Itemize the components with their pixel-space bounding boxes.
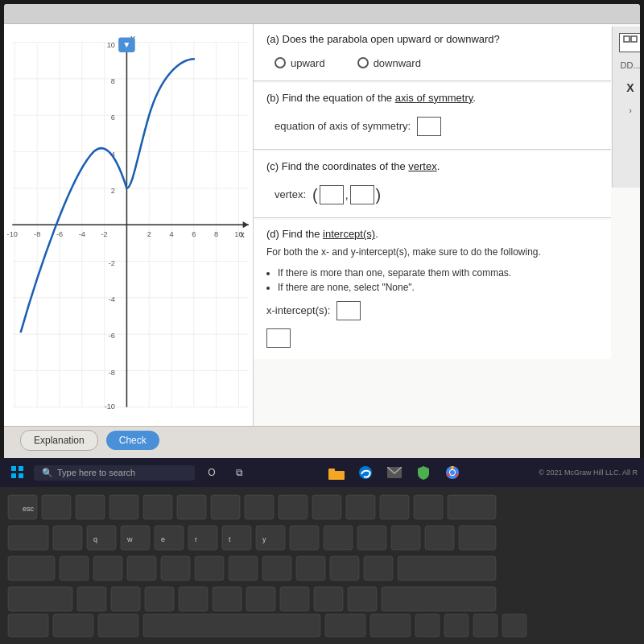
svg-rect-108	[280, 587, 309, 611]
svg-text:2: 2	[147, 230, 151, 238]
svg-text:-6: -6	[109, 332, 115, 341]
x-intercept-row: x-intercept(s):	[266, 301, 598, 320]
svg-rect-98	[330, 556, 359, 580]
win-sq-3	[11, 473, 16, 478]
svg-text:4: 4	[169, 230, 173, 238]
y-intercept-input[interactable]	[266, 328, 291, 348]
screen-wrapper: x y 10 8 6 4 2 -2 -4 -6 -8 -10	[4, 4, 640, 487]
svg-rect-75	[8, 526, 48, 550]
svg-rect-87	[425, 526, 454, 550]
svg-rect-66	[177, 495, 206, 519]
svg-rect-113	[53, 614, 93, 637]
svg-rect-81	[222, 526, 251, 550]
win-sq-4	[19, 473, 23, 478]
bullet-2: If there are none, select "None".	[278, 280, 598, 295]
taskbar-right: © 2021 McGraw Hill LLC. All R	[539, 469, 638, 477]
chevron-right-icon[interactable]: ›	[629, 105, 632, 115]
axis-symmetry-link[interactable]: axis of symmetry	[395, 92, 473, 104]
radio-downward-circle[interactable]	[357, 57, 369, 68]
vertex-inputs: ( , )	[312, 185, 381, 204]
svg-rect-110	[348, 587, 377, 611]
check-button[interactable]: Check	[106, 431, 159, 450]
close-icon[interactable]: X	[619, 78, 640, 97]
svg-rect-73	[414, 495, 443, 519]
vertex-y-input[interactable]	[350, 185, 374, 204]
svg-text:-10: -10	[7, 230, 18, 238]
svg-text:w: w	[126, 535, 133, 543]
start-button[interactable]	[6, 461, 29, 484]
vertex-link[interactable]: vertex	[408, 160, 436, 172]
windows-icon	[11, 466, 24, 479]
x-intercept-label: x-intercept(s):	[266, 304, 330, 316]
svg-rect-62	[42, 495, 71, 519]
axis-symmetry-input[interactable]	[417, 117, 441, 136]
taskbar-search[interactable]: 🔍 Type here to search	[34, 465, 195, 481]
explanation-button[interactable]: Explanation	[20, 430, 98, 451]
x-intercept-input[interactable]	[336, 301, 361, 320]
svg-rect-76	[53, 526, 82, 550]
taskbar-file-explorer[interactable]	[325, 461, 348, 484]
question-d-section: (d) Find the intercept(s). For both the …	[254, 220, 611, 359]
question-c-title: (c) Find the coordinates of the vertex.	[266, 159, 598, 174]
svg-point-59	[450, 470, 455, 475]
intercept-link[interactable]: intercept(s)	[323, 228, 375, 240]
radio-upward-circle[interactable]	[275, 57, 286, 68]
taskbar-task-view[interactable]: ⧉	[229, 467, 250, 478]
equation-label: equation of axis of symmetry:	[275, 120, 411, 132]
svg-text:y: y	[262, 535, 266, 543]
svg-rect-100	[398, 556, 496, 580]
svg-rect-86	[391, 526, 420, 550]
svg-text:6: 6	[111, 114, 115, 122]
svg-rect-65	[143, 495, 172, 519]
square-icon-1[interactable]	[619, 33, 640, 52]
bullet-list: If there is more than one, separate them…	[266, 266, 598, 295]
svg-rect-80	[188, 526, 217, 550]
radio-group-direction: upward downward	[266, 54, 598, 72]
question-a-title: (a) Does the parabola open upward or dow…	[266, 32, 598, 47]
svg-text:esc: esc	[23, 505, 35, 513]
close-paren: )	[376, 187, 382, 203]
svg-rect-88	[459, 526, 496, 550]
main-content: x y 10 8 6 4 2 -2 -4 -6 -8 -10	[4, 24, 640, 425]
taskbar-security[interactable]	[412, 461, 435, 484]
svg-rect-74	[448, 495, 496, 519]
svg-text:-8: -8	[109, 369, 115, 377]
vertex-x-input[interactable]	[320, 185, 344, 204]
open-paren: (	[312, 187, 318, 203]
svg-rect-99	[364, 556, 393, 580]
svg-text:-8: -8	[34, 230, 40, 238]
question-b-title: (b) Find the equation of the axis of sym…	[266, 91, 598, 105]
equation-row: equation of axis of symmetry:	[266, 112, 598, 141]
vertex-label: vertex:	[275, 188, 306, 200]
radio-downward[interactable]: downward	[357, 57, 421, 69]
radio-upward[interactable]: upward	[275, 57, 325, 69]
svg-text:2: 2	[111, 187, 115, 195]
vertex-row: vertex: ( , )	[266, 180, 598, 209]
intercept-instructions: For both the x- and y-intercept(s), make…	[266, 245, 598, 259]
svg-rect-104	[145, 587, 174, 611]
question-a-section: (a) Does the parabola open upward or dow…	[254, 24, 611, 80]
svg-rect-111	[382, 587, 496, 611]
svg-rect-119	[444, 614, 469, 637]
svg-rect-79	[155, 526, 184, 550]
svg-rect-72	[380, 495, 409, 519]
svg-rect-69	[279, 495, 308, 519]
svg-rect-103	[111, 587, 140, 611]
taskbar-edge[interactable]	[354, 461, 377, 484]
svg-rect-51	[624, 36, 630, 42]
svg-rect-77	[87, 526, 116, 550]
svg-rect-94	[195, 556, 224, 580]
svg-rect-101	[8, 587, 72, 611]
svg-text:-4: -4	[79, 230, 85, 238]
svg-rect-115	[143, 614, 320, 637]
svg-rect-92	[127, 556, 156, 580]
svg-rect-102	[77, 587, 106, 611]
taskbar-mail[interactable]	[383, 461, 406, 484]
svg-text:-2: -2	[101, 230, 108, 238]
taskbar-apps	[254, 461, 534, 484]
taskbar-chrome[interactable]	[441, 461, 464, 484]
svg-rect-91	[93, 556, 122, 580]
svg-text:-10: -10	[105, 402, 115, 411]
taskbar-cortana[interactable]: O	[200, 467, 224, 478]
vertex-comma: ,	[345, 188, 349, 201]
